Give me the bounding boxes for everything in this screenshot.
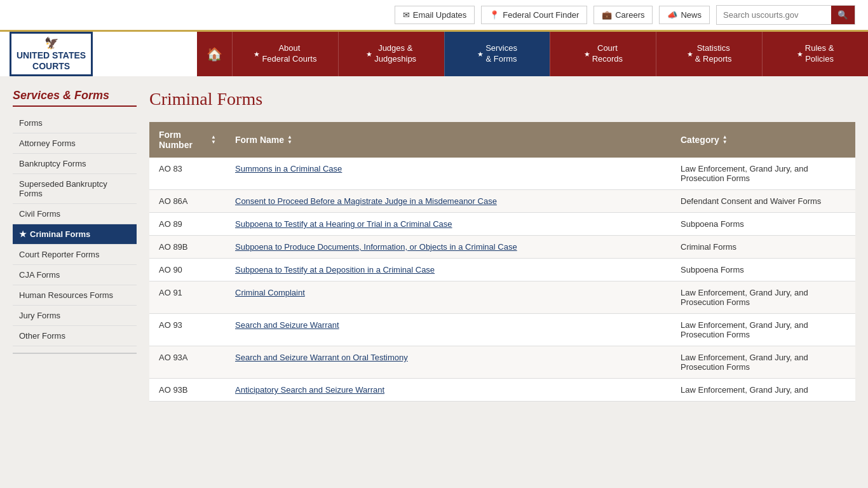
email-updates-label: Email Updates [413, 10, 467, 20]
col-header-number[interactable]: Form Number ▲ ▼ [149, 122, 226, 158]
nav-home-button[interactable]: 🏠 [197, 32, 232, 76]
top-utility-bar: ✉ Email Updates 📍 Federal Court Finder 💼… [0, 0, 868, 32]
content-wrapper: Services & Forms Forms Attorney Forms Ba… [0, 76, 868, 414]
search-button[interactable]: 🔍 [831, 6, 855, 24]
cell-category: Law Enforcement, Grand Jury, and [671, 379, 855, 402]
star-icon: ★ [687, 50, 693, 58]
form-name-link[interactable]: Search and Seizure Warrant [235, 320, 339, 330]
cell-form-number: AO 89 [149, 213, 226, 236]
sidebar: Services & Forms Forms Attorney Forms Ba… [13, 89, 137, 402]
table-row: AO 86AConsent to Proceed Before a Magist… [149, 190, 855, 213]
form-name-link[interactable]: Subpoena to Produce Documents, Informati… [235, 242, 517, 252]
table-row: AO 93BAnticipatory Search and Seizure Wa… [149, 379, 855, 402]
form-name-link[interactable]: Consent to Proceed Before a Magistrate J… [235, 196, 497, 206]
cell-form-number: AO 93A [149, 346, 226, 379]
sidebar-item-court-reporter: Court Reporter Forms [13, 245, 137, 265]
sidebar-nav: Forms Attorney Forms Bankruptcy Forms Su… [13, 113, 137, 346]
nav-item-court-records[interactable]: ★ CourtRecords [550, 32, 656, 76]
sidebar-link-cja-forms[interactable]: CJA Forms [13, 265, 137, 285]
email-updates-button[interactable]: ✉ Email Updates [395, 6, 475, 24]
search-box: 🔍 [716, 5, 855, 25]
cell-category: Criminal Forms [671, 236, 855, 259]
table-row: AO 93Search and Seizure WarrantLaw Enfor… [149, 314, 855, 346]
sidebar-divider [13, 353, 137, 354]
sort-desc-icon: ▼ [722, 140, 728, 145]
form-name-link[interactable]: Anticipatory Search and Seizure Warrant [235, 385, 384, 395]
nav-item-judges[interactable]: ★ Judges &Judgeships [338, 32, 444, 76]
nav-item-rules[interactable]: ★ Rules &Policies [762, 32, 868, 76]
main-content: Criminal Forms Form Number ▲ ▼ [149, 89, 855, 402]
form-name-link[interactable]: Criminal Complaint [235, 288, 305, 297]
sidebar-item-other-forms: Other Forms [13, 326, 137, 346]
main-nav: 🏠 ★ AboutFederal Courts ★ Judges &Judges… [197, 32, 868, 76]
sidebar-link-forms[interactable]: Forms [13, 113, 137, 133]
star-icon: ★ [584, 50, 590, 58]
sidebar-link-attorney-forms[interactable]: Attorney Forms [13, 133, 137, 153]
sidebar-item-civil-forms: Civil Forms [13, 204, 137, 224]
cell-form-number: AO 93B [149, 379, 226, 402]
active-star-icon: ★ [19, 229, 27, 239]
federal-court-finder-label: Federal Court Finder [503, 10, 579, 20]
news-button[interactable]: 📣 News [659, 6, 710, 24]
cell-form-number: AO 89B [149, 236, 226, 259]
nav-item-services[interactable]: ★ Services& Forms [444, 32, 550, 76]
nav-court-records-label: CourtRecords [592, 43, 623, 65]
cell-category: Defendant Consent and Waiver Forms [671, 190, 855, 213]
careers-label: Careers [615, 10, 644, 20]
sort-icons-number: ▲ ▼ [211, 135, 216, 145]
cell-form-name: Consent to Proceed Before a Magistrate J… [226, 190, 671, 213]
col-header-name[interactable]: Form Name ▲ ▼ [226, 122, 671, 158]
federal-court-finder-button[interactable]: 📍 Federal Court Finder [481, 6, 587, 24]
nav-judges-label: Judges &Judgeships [374, 43, 416, 65]
sidebar-item-jury-forms: Jury Forms [13, 306, 137, 326]
sidebar-link-superseded-bankruptcy[interactable]: Superseded Bankruptcy Forms [13, 174, 137, 203]
nav-item-about[interactable]: ★ AboutFederal Courts [232, 32, 338, 76]
logo-text: UNITED STATES COURTS [17, 50, 86, 72]
news-label: News [681, 10, 702, 20]
cell-form-name: Subpoena to Testify at a Hearing or Tria… [226, 213, 671, 236]
sidebar-link-other-forms[interactable]: Other Forms [13, 326, 137, 346]
sidebar-item-attorney-forms: Attorney Forms [13, 133, 137, 154]
form-name-link[interactable]: Search and Seizure Warrant on Oral Testi… [235, 353, 408, 362]
sort-desc-icon: ▼ [211, 140, 216, 145]
megaphone-icon: 📣 [667, 10, 677, 20]
search-input[interactable] [717, 6, 831, 24]
nav-item-statistics[interactable]: ★ Statistics& Reports [656, 32, 762, 76]
cell-form-name: Search and Seizure Warrant on Oral Testi… [226, 346, 671, 379]
table-row: AO 89BSubpoena to Produce Documents, Inf… [149, 236, 855, 259]
cell-form-number: AO 90 [149, 259, 226, 281]
eagle-icon: 🦅 [44, 36, 58, 50]
cell-category: Subpoena Forms [671, 259, 855, 281]
sidebar-item-forms: Forms [13, 113, 137, 133]
sidebar-link-court-reporter[interactable]: Court Reporter Forms [13, 245, 137, 264]
nav-services-label: Services& Forms [485, 43, 517, 65]
cell-form-name: Anticipatory Search and Seizure Warrant [226, 379, 671, 402]
sidebar-item-superseded-bankruptcy: Superseded Bankruptcy Forms [13, 174, 137, 204]
careers-button[interactable]: 💼 Careers [593, 6, 653, 24]
form-name-link[interactable]: Subpoena to Testify at a Hearing or Tria… [235, 219, 452, 229]
nav-about-label: AboutFederal Courts [262, 43, 316, 65]
table-header: Form Number ▲ ▼ Form Name ▲ ▼ [149, 122, 855, 158]
page-title: Criminal Forms [149, 89, 855, 109]
form-name-link[interactable]: Summons in a Criminal Case [235, 164, 342, 173]
table-body: AO 83Summons in a Criminal CaseLaw Enfor… [149, 158, 855, 402]
sidebar-link-jury-forms[interactable]: Jury Forms [13, 306, 137, 325]
table-header-row: Form Number ▲ ▼ Form Name ▲ ▼ [149, 122, 855, 158]
nav-rules-label: Rules &Policies [805, 43, 834, 65]
logo-area: 🦅 UNITED STATES COURTS [0, 32, 197, 76]
sidebar-item-cja-forms: CJA Forms [13, 265, 137, 285]
cell-form-number: AO 93 [149, 314, 226, 346]
table-row: AO 91Criminal ComplaintLaw Enforcement, … [149, 281, 855, 314]
sidebar-title: Services & Forms [13, 89, 137, 107]
cell-category: Law Enforcement, Grand Jury, and Prosecu… [671, 314, 855, 346]
form-name-link[interactable]: Subpoena to Testify at a Deposition in a… [235, 265, 435, 274]
col-header-category[interactable]: Category ▲ ▼ [671, 122, 855, 158]
sidebar-item-bankruptcy-forms: Bankruptcy Forms [13, 154, 137, 174]
cell-category: Law Enforcement, Grand Jury, and Prosecu… [671, 346, 855, 379]
site-header: 🦅 UNITED STATES COURTS 🏠 ★ AboutFederal … [0, 32, 868, 76]
sidebar-link-civil-forms[interactable]: Civil Forms [13, 204, 137, 224]
sidebar-link-criminal-forms[interactable]: ★ Criminal Forms [13, 224, 137, 244]
sidebar-link-bankruptcy-forms[interactable]: Bankruptcy Forms [13, 154, 137, 173]
table-row: AO 90Subpoena to Testify at a Deposition… [149, 259, 855, 281]
sidebar-link-human-resources[interactable]: Human Resources Forms [13, 285, 137, 305]
